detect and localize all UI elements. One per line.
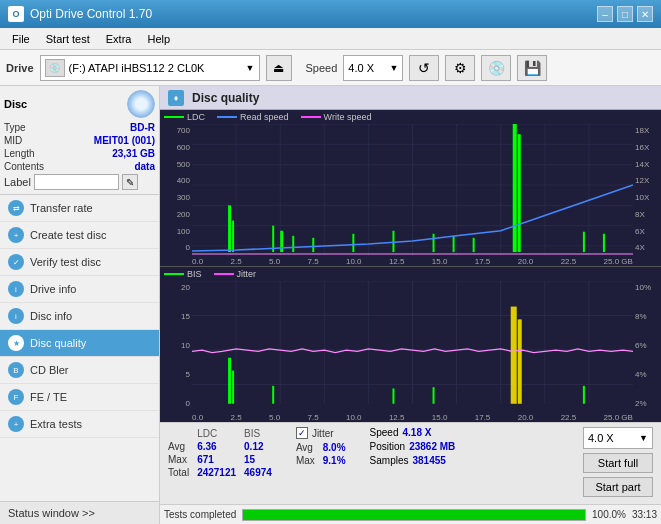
nav-disc-quality[interactable]: ★ Disc quality <box>0 330 159 357</box>
svg-rect-23 <box>352 234 354 252</box>
app-title: Opti Drive Control 1.70 <box>30 7 152 21</box>
total-label: Total <box>168 466 197 479</box>
avg-ldc: 6.36 <box>197 440 244 453</box>
nav-extra-tests[interactable]: + Extra tests <box>0 411 159 438</box>
nav-items: ⇄ Transfer rate + Create test disc ✓ Ver… <box>0 195 159 501</box>
svg-rect-18 <box>232 221 234 253</box>
nav-verify-test-disc[interactable]: ✓ Verify test disc <box>0 249 159 276</box>
svg-rect-25 <box>518 134 521 252</box>
legend-bis-label: BIS <box>187 269 202 279</box>
stats-area: LDC BIS Avg 6.36 0.12 Max 671 15 Total <box>160 422 661 504</box>
nav-cd-bler[interactable]: B CD Bler <box>0 357 159 384</box>
drive-dropdown-arrow[interactable]: ▼ <box>246 63 255 73</box>
titlebar: O Opti Drive Control 1.70 – □ ✕ <box>0 0 661 28</box>
svg-rect-27 <box>433 234 435 252</box>
save-button[interactable]: 💾 <box>517 55 547 81</box>
contents-value: data <box>134 161 155 172</box>
settings-button[interactable]: ⚙ <box>445 55 475 81</box>
disc-label-label: Label <box>4 176 31 188</box>
nav-disc-info[interactable]: i Disc info <box>0 303 159 330</box>
maximize-button[interactable]: □ <box>617 6 633 22</box>
legend-write-speed-label: Write speed <box>324 112 372 122</box>
eject-button[interactable]: ⏏ <box>266 55 292 81</box>
right-panel: ♦ Disc quality LDC Read speed <box>160 86 661 524</box>
refresh-button[interactable]: ↺ <box>409 55 439 81</box>
progress-bar-area: Tests completed 100.0% 33:13 <box>160 504 661 524</box>
nav-disc-quality-label: Disc quality <box>30 337 86 349</box>
start-speed-dropdown[interactable]: 4.0 X ▼ <box>583 427 653 449</box>
legend-write-speed: Write speed <box>301 112 372 122</box>
disc-quality-header: ♦ Disc quality <box>160 86 661 110</box>
close-button[interactable]: ✕ <box>637 6 653 22</box>
contents-label: Contents <box>4 161 44 172</box>
svg-rect-30 <box>583 232 585 252</box>
jitter-checkbox[interactable]: ✓ <box>296 427 308 439</box>
type-label: Type <box>4 122 26 133</box>
jitter-label: Jitter <box>312 428 334 439</box>
charts-area: LDC Read speed Write speed 700 <box>160 110 661 422</box>
drive-select[interactable]: 💿 (F:) ATAPI iHBS112 2 CL0K ▼ <box>40 55 260 81</box>
menu-help[interactable]: Help <box>139 31 178 47</box>
disc-section-label: Disc <box>4 98 27 110</box>
svg-rect-47 <box>511 307 517 404</box>
label-input[interactable] <box>34 174 119 190</box>
speed-value: 4.0 X <box>348 62 374 74</box>
menu-file[interactable]: File <box>4 31 38 47</box>
start-speed-value: 4.0 X <box>588 432 614 444</box>
svg-rect-24 <box>513 124 517 252</box>
speed-select[interactable]: 4.0 X ▼ <box>343 55 403 81</box>
svg-rect-20 <box>280 231 283 252</box>
nav-fe-te[interactable]: F FE / TE <box>0 384 159 411</box>
length-label: Length <box>4 148 35 159</box>
speed-dropdown-arrow[interactable]: ▼ <box>389 63 398 73</box>
max-jitter: 9.1% <box>323 454 354 467</box>
stats-col-header-empty <box>168 427 197 440</box>
nav-drive-info[interactable]: i Drive info <box>0 276 159 303</box>
nav-extra-tests-label: Extra tests <box>30 418 82 430</box>
legend-jitter: Jitter <box>214 269 257 279</box>
length-value: 23,31 GB <box>112 148 155 159</box>
disc-quality-icon-header: ♦ <box>168 90 184 106</box>
disc-quality-title: Disc quality <box>192 91 259 105</box>
speed-stat-label: Speed <box>370 427 399 438</box>
svg-rect-22 <box>312 238 314 252</box>
legend-ldc: LDC <box>164 112 205 122</box>
svg-rect-31 <box>603 234 605 252</box>
samples-label: Samples <box>370 455 409 466</box>
total-bis: 46974 <box>244 466 280 479</box>
chart-bis: BIS Jitter 20 15 10 5 0 <box>160 267 661 422</box>
legend-read-speed-label: Read speed <box>240 112 289 122</box>
disc-mid-row: MID MEIT01 (001) <box>4 135 155 146</box>
start-full-button[interactable]: Start full <box>583 453 653 473</box>
avg-bis: 0.12 <box>244 440 280 453</box>
menubar: File Start test Extra Help <box>0 28 661 50</box>
main-layout: Disc Type BD-R MID MEIT01 (001) Length 2… <box>0 86 661 524</box>
svg-rect-48 <box>518 320 522 404</box>
jitter-stats-table: Avg 8.0% Max 9.1% <box>296 441 354 467</box>
drive-value: (F:) ATAPI iHBS112 2 CL0K <box>69 62 246 74</box>
minimize-button[interactable]: – <box>597 6 613 22</box>
menu-start-test[interactable]: Start test <box>38 31 98 47</box>
disc-type-row: Type BD-R <box>4 122 155 133</box>
avg-jitter: 8.0% <box>323 441 354 454</box>
cd-icon-button[interactable]: 💿 <box>481 55 511 81</box>
nav-create-test-disc[interactable]: + Create test disc <box>0 222 159 249</box>
status-window-button[interactable]: Status window >> <box>0 501 159 524</box>
disc-quality-icon: ★ <box>8 335 24 351</box>
label-edit-button[interactable]: ✎ <box>122 174 138 190</box>
nav-transfer-rate[interactable]: ⇄ Transfer rate <box>0 195 159 222</box>
nav-drive-info-label: Drive info <box>30 283 76 295</box>
drive-info-icon: i <box>8 281 24 297</box>
svg-rect-51 <box>433 387 435 404</box>
window-controls[interactable]: – □ ✕ <box>597 6 653 22</box>
stats-col-header-ldc: LDC <box>197 427 244 440</box>
menu-extra[interactable]: Extra <box>98 31 140 47</box>
svg-rect-46 <box>232 371 234 404</box>
start-part-button[interactable]: Start part <box>583 477 653 497</box>
progress-percent: 100.0% <box>592 509 626 520</box>
nav-verify-test-disc-label: Verify test disc <box>30 256 101 268</box>
disc-label-row: Label ✎ <box>4 174 155 190</box>
toolbar: Drive 💿 (F:) ATAPI iHBS112 2 CL0K ▼ ⏏ Sp… <box>0 50 661 86</box>
svg-rect-52 <box>583 386 585 404</box>
svg-rect-50 <box>392 389 394 404</box>
